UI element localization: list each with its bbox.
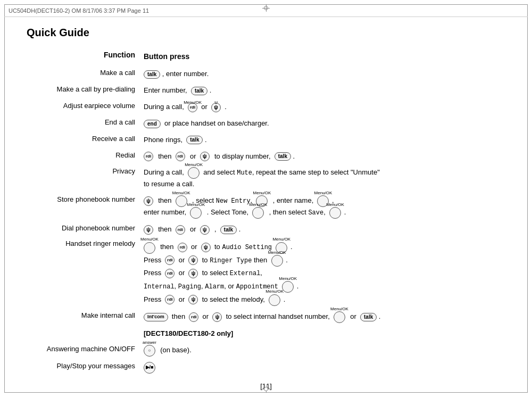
row-predialing: Make a call by pre-dialing Enter number,…	[27, 83, 505, 100]
row-end-call: End a call end or place handset on base/…	[27, 116, 505, 133]
function-label	[27, 326, 144, 343]
button-desc: ψ then rdi or ψ , talk .	[144, 222, 505, 238]
row-dial-phonebook: Dial phonebook number ψ then rdi or ψ , …	[27, 222, 505, 238]
function-label: Play/Stop your messages	[27, 360, 144, 377]
rdi-melody-button: rdi	[165, 295, 174, 304]
header-text: UC504DH(DECT160-2) OM 8/17/06 3:37 PM Pa…	[9, 7, 149, 14]
function-label: Dial phonebook number	[27, 222, 144, 238]
main-content: Quick Guide Function Button press Make a…	[27, 27, 505, 376]
menuok-int-button	[334, 311, 345, 323]
col-header-button: Button press	[144, 48, 505, 67]
vol-dial-button: ψ	[144, 225, 153, 235]
button-desc: ψ then Menu/OK , select New Entry, Menu/…	[144, 193, 505, 222]
menuok6-button	[329, 207, 341, 219]
row-make-call: Make a call talk , enter number.	[27, 67, 505, 83]
quick-guide-table: Function Button press Make a call talk ,…	[27, 48, 505, 377]
row-ringer-melody: Handset ringer melody Menu/OK then rdi o…	[27, 238, 505, 309]
menuok1-button	[176, 195, 187, 207]
button-desc: Enter number, talk .	[144, 83, 505, 100]
page-title: Quick Guide	[27, 27, 505, 39]
rdi-ringer3-button: rdi	[165, 269, 174, 278]
button-desc: During a call, Menu/OK and select Mute, …	[144, 165, 505, 193]
function-label: Answering machine ON/OFF	[27, 343, 144, 360]
button-desc: answer ○ (on base).	[144, 343, 505, 360]
end-button-icon: end	[144, 120, 161, 128]
row-dect-label: [DECT180/DECT180-2 only]	[27, 326, 505, 343]
talk-int-button: talk	[360, 313, 377, 321]
button-desc: talk , enter number.	[144, 67, 505, 83]
answer-button-icon: ○	[144, 345, 155, 357]
button-desc: Menu/OK then rdi or ψ to Audio Setting M…	[144, 238, 505, 309]
rdi-ringer2-button: rdi	[165, 255, 174, 265]
header-crosshair	[262, 4, 270, 12]
talk-button-icon: talk	[144, 70, 160, 79]
vol2-button-icon: ψ	[200, 152, 210, 161]
rdi-ringer-button: rdi	[178, 243, 187, 252]
function-label: Privacy	[27, 165, 144, 193]
function-label: Adjust earpiece volume	[27, 100, 144, 116]
row-answering-machine: Answering machine ON/OFF answer ○ (on ba…	[27, 343, 505, 360]
rdi-int-button: rdi	[189, 312, 198, 322]
menuok4-button	[190, 207, 202, 219]
function-label: Redial	[27, 149, 144, 166]
vol-melody-button: ψ	[188, 295, 198, 304]
talk-button-icon: talk	[191, 87, 207, 95]
row-earpiece-volume: Adjust earpiece volume During a call, rd…	[27, 100, 505, 116]
row-play-stop: Play/Stop your messages ▶/■	[27, 360, 505, 377]
function-label: End a call	[27, 116, 144, 133]
col-header-function: Function	[27, 48, 144, 67]
function-label: Handset ringer melody	[27, 238, 144, 309]
rdi2-button-icon: rdi	[176, 152, 185, 161]
rdi-button-icon: rdi	[144, 152, 153, 161]
talk-button-icon: talk	[275, 152, 291, 161]
row-store-phonebook: Store phonebook number ψ then Menu/OK , …	[27, 193, 505, 222]
rdi-dial-button: rdi	[176, 225, 185, 235]
function-label: Make internal call	[27, 309, 144, 326]
vol-int-button: ψ	[212, 312, 222, 322]
button-desc: During a call, rdiMenu/OK or ψU .	[144, 100, 505, 116]
row-redial: Redial rdi then rdi or ψ to display numb…	[27, 149, 505, 166]
vol-ringer2-button: ψ	[188, 255, 198, 265]
menuok-appt-button	[282, 281, 294, 293]
crosshair-circle	[264, 6, 268, 10]
vol-dial2-button: ψ	[200, 225, 210, 235]
menuok-ringer-button	[144, 242, 155, 254]
row-internal-call: Make internal call Int'com then rdi or ψ…	[27, 309, 505, 326]
function-label: Store phonebook number	[27, 193, 144, 222]
function-label: Make a call by pre-dialing	[27, 83, 144, 100]
row-privacy: Privacy During a call, Menu/OK and selec…	[27, 165, 505, 193]
row-receive-call: Receive a call Phone rings, talk .	[27, 133, 505, 149]
talk-dial-button: talk	[220, 226, 237, 234]
vol-ph-button: ψ	[144, 196, 153, 206]
vol-ringer3-button: ψ	[188, 269, 198, 278]
button-desc: Int'com then rdi or ψ to select internal…	[144, 309, 505, 326]
menuok-button-icon	[188, 167, 200, 179]
button-desc: [DECT180/DECT180-2 only]	[144, 326, 505, 343]
play-stop-button-icon: ▶/■	[144, 362, 155, 374]
vol-ringer-button: ψ	[201, 243, 211, 252]
menuok-ringertype-button	[271, 255, 283, 267]
footer-crosshair	[262, 385, 270, 393]
button-desc: end or place handset on base/charger.	[144, 116, 505, 133]
dect-bold-label: [DECT180/DECT180-2 only]	[144, 329, 233, 337]
talk-button-icon: talk	[186, 136, 203, 144]
menuok5-button	[252, 207, 264, 219]
button-desc: Phone rings, talk .	[144, 133, 505, 149]
function-label: Receive a call	[27, 133, 144, 149]
button-desc: ▶/■	[144, 360, 505, 377]
menuok-melody-button	[269, 294, 280, 306]
intcom-button-icon: Int'com	[144, 313, 168, 321]
footer-crosshair-circle	[264, 387, 268, 391]
function-label: Make a call	[27, 67, 144, 83]
